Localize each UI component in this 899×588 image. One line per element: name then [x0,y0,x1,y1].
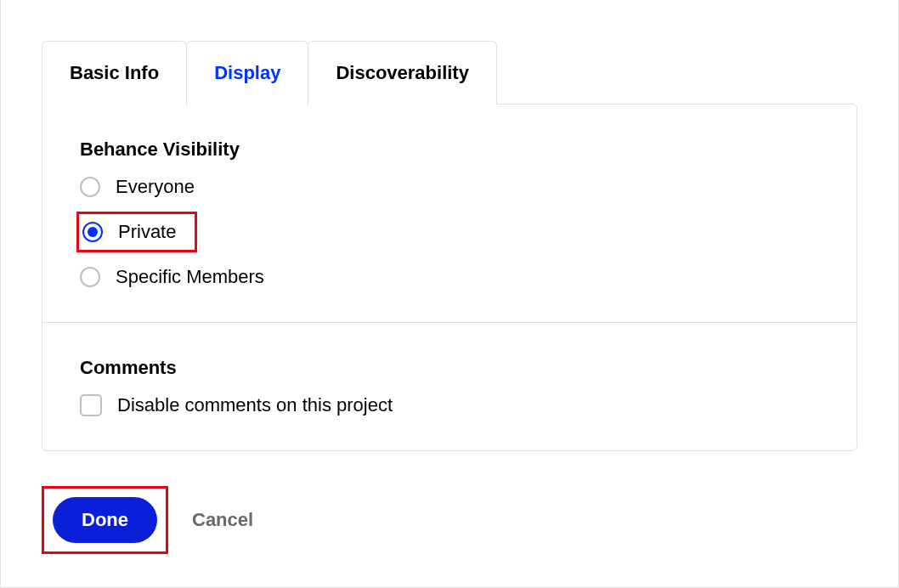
radio-private[interactable]: Private [79,221,176,243]
tab-display[interactable]: Display [186,41,308,105]
visibility-section: Behance Visibility Everyone Private [42,105,857,322]
checkbox-icon [80,394,102,416]
radio-label-specific: Specific Members [116,266,264,288]
radio-label-private: Private [118,221,176,243]
visibility-title: Behance Visibility [80,139,819,161]
tab-discoverability[interactable]: Discoverability [308,41,497,105]
checkbox-disable-comments[interactable]: Disable comments on this project [80,394,819,416]
comments-section: Comments Disable comments on this projec… [42,322,857,450]
tabs: Basic Info Display Discoverability [42,41,857,105]
checkbox-label-disable-comments: Disable comments on this project [117,394,393,416]
footer: Done Cancel [42,486,857,554]
tab-basic-info[interactable]: Basic Info [42,41,187,105]
radio-circle-icon [82,222,103,242]
comments-title: Comments [80,357,819,379]
highlight-done: Done [42,486,168,554]
highlight-private: Private [76,212,197,252]
radio-circle-icon [80,267,100,287]
radio-everyone[interactable]: Everyone [80,176,819,198]
cancel-button[interactable]: Cancel [192,509,253,531]
radio-specific-members[interactable]: Specific Members [80,266,819,288]
done-button[interactable]: Done [53,497,157,543]
radio-circle-icon [80,177,100,197]
visibility-radio-group: Everyone Private Specific Members [80,176,819,288]
radio-label-everyone: Everyone [116,176,195,198]
display-panel: Behance Visibility Everyone Private [42,104,857,451]
